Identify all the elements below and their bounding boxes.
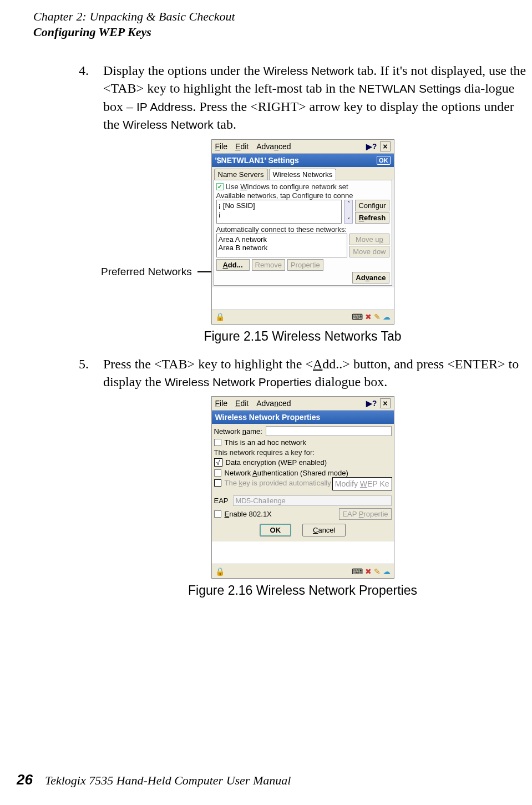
refresh-button[interactable]: Refresh bbox=[355, 212, 389, 224]
menu-bar: File Edit Advanced ▶? × bbox=[212, 140, 394, 154]
list-item[interactable]: Area B network bbox=[219, 244, 346, 252]
tab-name-servers[interactable]: Name Servers bbox=[214, 169, 268, 180]
auto-connect-label: Automatically connect to these networks: bbox=[216, 225, 389, 234]
modify-wep-key-button[interactable]: Modify WEP Ke bbox=[332, 477, 392, 490]
checkbox-empty-icon[interactable] bbox=[214, 439, 221, 446]
properties-button[interactable]: Propertie bbox=[287, 259, 323, 271]
checkbox-checked-icon[interactable]: ✔ bbox=[216, 183, 224, 190]
tray-icon: ✖ bbox=[365, 312, 372, 321]
figure-caption: Figure 2.16 Wireless Network Properties bbox=[79, 583, 526, 598]
step-5: 5. Press the <TAB> key to highlight the … bbox=[79, 355, 526, 391]
use-windows-checkbox-row[interactable]: ✔ Use Windows to configure network set bbox=[216, 182, 389, 191]
tray-icon: ☁ bbox=[383, 567, 391, 576]
menu-file[interactable]: File bbox=[215, 142, 228, 151]
menu-advanced[interactable]: Advanced bbox=[256, 399, 291, 408]
tray-icon: ✎ bbox=[374, 312, 381, 321]
close-icon[interactable]: × bbox=[380, 141, 390, 151]
preferred-networks-list[interactable]: Area A network Area B network bbox=[216, 234, 348, 257]
figure-2-15: Preferred Networks File Edit Advanced ▶?… bbox=[79, 139, 526, 344]
move-up-button[interactable]: Move up bbox=[349, 234, 389, 245]
taskbar: 🔒 ⌨✖✎☁ bbox=[212, 310, 394, 324]
scrollbar[interactable]: ˄˅ bbox=[344, 200, 353, 224]
eap-row: EAP MD5-Challenge bbox=[212, 494, 394, 507]
tray-icon: ✖ bbox=[365, 567, 372, 576]
menu-advanced[interactable]: Advanced bbox=[256, 142, 291, 151]
eap-combo[interactable]: MD5-Challenge bbox=[233, 495, 392, 506]
figure-2-16: File Edit Advanced ▶? × Wireless Network… bbox=[79, 396, 526, 598]
running-header: Chapter 2: Unpacking & Basic Checkout Co… bbox=[0, 0, 532, 39]
step-number: 5. bbox=[79, 355, 103, 391]
network-name-row: Network name: bbox=[212, 425, 394, 437]
system-tray: ⌨✖✎☁ bbox=[352, 312, 391, 321]
menu-file[interactable]: File bbox=[215, 399, 228, 408]
figure-caption: Figure 2.15 Wireless Networks Tab bbox=[79, 329, 526, 344]
ok-button[interactable]: OK bbox=[377, 156, 391, 165]
taskbar: 🔒 ⌨✖✎☁ bbox=[212, 564, 394, 578]
checkbox-sqrt-icon[interactable]: √ bbox=[214, 458, 222, 467]
tab-row: Name Servers Wireless Networks bbox=[212, 167, 394, 180]
requires-key-label: This network requires a key for: bbox=[212, 448, 394, 457]
dialog-title: Wireless Network Properties bbox=[212, 411, 394, 424]
menu-bar: File Edit Advanced ▶? × bbox=[212, 397, 394, 411]
checkbox-empty-icon[interactable] bbox=[214, 510, 221, 518]
lock-icon: 🔒 bbox=[215, 312, 225, 321]
tray-icon: ☁ bbox=[383, 312, 391, 321]
network-name-input[interactable] bbox=[266, 426, 392, 436]
section-line: Configuring WEP Keys bbox=[33, 24, 532, 40]
checkbox-empty-icon[interactable] bbox=[214, 469, 221, 477]
screenshot-wireless-networks-tab: File Edit Advanced ▶? × '$NETWLAN1' Sett… bbox=[211, 139, 394, 325]
tab-wireless-networks[interactable]: Wireless Networks bbox=[269, 169, 337, 180]
help-icon[interactable]: ▶? bbox=[366, 142, 377, 151]
help-icon[interactable]: ▶? bbox=[366, 399, 377, 408]
step-5-text: Press the <TAB> key to highlight the <Ad… bbox=[103, 355, 526, 391]
checkbox-empty-icon[interactable] bbox=[214, 479, 221, 487]
move-down-button[interactable]: Move dow bbox=[349, 246, 389, 257]
adhoc-checkbox-row[interactable]: This is an ad hoc network bbox=[212, 437, 394, 448]
tray-icon: ⌨ bbox=[352, 567, 363, 576]
available-networks-list[interactable]: ¡[No SSID] ¡ bbox=[216, 200, 342, 224]
available-label: Available networks, tap Configure to con… bbox=[216, 191, 389, 200]
eap-properties-button[interactable]: EAP Propertie bbox=[339, 508, 391, 520]
tray-icon: ⌨ bbox=[352, 312, 363, 321]
cancel-button[interactable]: Cancel bbox=[302, 524, 346, 536]
page-footer: 26 Teklogix 7535 Hand-Held Computer User… bbox=[17, 771, 291, 788]
lock-icon: 🔒 bbox=[215, 567, 225, 576]
list-item[interactable]: Area A network bbox=[219, 235, 346, 244]
close-icon[interactable]: × bbox=[380, 398, 390, 408]
menu-edit[interactable]: Edit bbox=[235, 399, 249, 408]
tray-icon: ✎ bbox=[374, 567, 381, 576]
enable-8021x-row[interactable]: Enable 802.1X EAP Propertie bbox=[212, 507, 394, 521]
step-4-text: Display the options under the Wireless N… bbox=[103, 62, 526, 134]
signal-icon: ¡ bbox=[219, 210, 221, 218]
system-tray: ⌨✖✎☁ bbox=[352, 567, 391, 576]
page-number: 26 bbox=[17, 771, 33, 788]
ok-button[interactable]: OK bbox=[260, 524, 292, 536]
step-number: 4. bbox=[79, 62, 103, 134]
wep-checkbox-row[interactable]: √ Data encryption (WEP enabled) bbox=[212, 457, 394, 468]
step-4: 4. Display the options under the Wireles… bbox=[79, 62, 526, 134]
key-provided-row: The key is provided automatically Modify… bbox=[212, 478, 394, 488]
advanced-button[interactable]: Advance bbox=[352, 272, 389, 283]
chapter-line: Chapter 2: Unpacking & Basic Checkout bbox=[33, 9, 532, 24]
footer-text: Teklogix 7535 Hand-Held Computer User Ma… bbox=[45, 773, 291, 788]
screenshot-wireless-network-properties: File Edit Advanced ▶? × Wireless Network… bbox=[211, 396, 394, 579]
menu-edit[interactable]: Edit bbox=[235, 142, 249, 151]
configure-button[interactable]: Configur bbox=[355, 200, 389, 211]
signal-icon: ¡ bbox=[219, 201, 221, 210]
dialog-title: '$NETWLAN1' Settings OK bbox=[212, 154, 394, 167]
add-button[interactable]: Add... bbox=[216, 259, 250, 271]
remove-button[interactable]: Remove bbox=[252, 259, 285, 271]
